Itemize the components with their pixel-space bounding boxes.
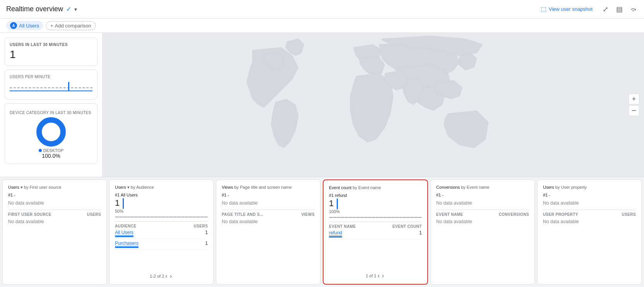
card-title-views-page-title: Views by Page title and screen name: [222, 184, 315, 190]
col1-header: AUDIENCE: [115, 224, 136, 228]
card-col-headers-conversions: EVENT NAME CONVERSIONS: [436, 210, 529, 217]
expand-icon-button[interactable]: ⤢: [601, 3, 610, 15]
next-page-button[interactable]: ›: [169, 273, 173, 280]
mini-line-chart: [10, 80, 92, 91]
add-comparison-button[interactable]: + Add comparison: [46, 21, 96, 30]
card-no-data-body-first-user-source: No data available: [8, 217, 101, 227]
col2-header: EVENT COUNT: [392, 224, 422, 229]
card-col-headers-views-page-title: PAGE TITLE AND S... VIEWS: [222, 210, 315, 217]
card-no-data-top-user-property: No data available: [543, 198, 636, 208]
header-right: ⬚ View user snapshot ⤢ ▤ ⤼: [537, 3, 638, 15]
card-title-first-user-source: Users ▾ by First user source: [8, 184, 101, 190]
row-value: 1: [205, 230, 208, 235]
card-no-data-body-views-page-title: No data available: [222, 217, 315, 227]
col1-header: EVENT NAME: [436, 212, 463, 217]
header-dropdown-button[interactable]: ▾: [74, 6, 77, 12]
card-rank-audience: #1 All Users: [115, 193, 208, 197]
map-container: + −: [103, 33, 644, 177]
card-title-audience: Users ▾ by Audience: [115, 184, 208, 190]
solid-line: [10, 91, 92, 91]
donut-ring: [36, 117, 66, 147]
card-col-headers-first-user-source: FIRST USER SOURCE USERS: [8, 210, 101, 217]
row-bar-bg: [115, 247, 139, 248]
world-map-svg: [103, 33, 644, 177]
card-table-row: refund 1: [329, 229, 422, 239]
verified-icon: ✓: [66, 5, 71, 13]
card-title-user-property: Users by User property: [543, 184, 636, 190]
users-30min-card: USERS IN LAST 30 MINUTES 1: [5, 38, 98, 66]
row-bar-fill: [115, 236, 134, 237]
zoom-out-button[interactable]: −: [629, 105, 639, 116]
row-name: Purchasers: [115, 241, 139, 248]
row-bar-bg: [329, 236, 342, 237]
header: Realtime overview ✓ ▾ ⬚ View user snapsh…: [0, 0, 644, 19]
users-30min-value: 1: [10, 48, 92, 61]
card-big-num-event-count: 1: [329, 198, 334, 208]
card-views-page-title: Views by Page title and screen name #1 -…: [216, 179, 320, 285]
card-rank-first-user-source: #1 -: [8, 193, 101, 197]
middle-section: USERS IN LAST 30 MINUTES 1 USERS PER MIN…: [0, 33, 644, 177]
card-dashed-line-event-count: [329, 217, 422, 218]
card-rank-views-page-title: #1 -: [222, 193, 315, 197]
col2-header: VIEWS: [301, 212, 315, 217]
card-rank-conversions: #1 -: [436, 193, 529, 197]
filter-bar: A All Users + Add comparison: [0, 19, 644, 33]
legend-row: DESKTOP: [10, 148, 92, 153]
card-rank-user-property: #1 -: [543, 193, 636, 197]
share-icon-button[interactable]: ⤼: [629, 3, 638, 15]
col1-header: PAGE TITLE AND S...: [222, 212, 264, 217]
device-label: DEVICE CATEGORY IN LAST 30 MINUTES: [10, 111, 92, 115]
zoom-controls: + −: [629, 94, 639, 116]
view-snapshot-label: View user snapshot: [549, 6, 593, 12]
card-big-num-audience: 1: [115, 198, 120, 208]
header-left: Realtime overview ✓ ▾: [6, 5, 77, 13]
card-footer-event-count: 1 of 1 ‹ ›: [329, 272, 422, 279]
card-no-data-top-first-user-source: No data available: [8, 198, 101, 208]
card-no-data-body-conversions: No data available: [436, 217, 529, 227]
legend-dot: [39, 149, 42, 152]
zoom-in-button[interactable]: +: [629, 94, 639, 104]
card-title-event-count: Event count by Event name: [329, 185, 422, 191]
desktop-pct: 100.0%: [10, 153, 92, 159]
all-users-label: All Users: [19, 23, 39, 29]
card-footer-audience: 1-2 of 2 ‹ ›: [115, 273, 208, 280]
card-no-data-top-views-page-title: No data available: [222, 198, 315, 208]
card-pct-event-count: 100%: [329, 209, 422, 214]
snapshot-icon: ⬚: [541, 5, 546, 13]
app-layout: Realtime overview ✓ ▾ ⬚ View user snapsh…: [0, 0, 644, 287]
card-col-headers-user-property: USER PROPERTY USERS: [543, 210, 636, 217]
col1-header: EVENT NAME: [329, 224, 356, 229]
prev-page-button[interactable]: ‹: [164, 273, 168, 280]
next-page-button[interactable]: ›: [381, 272, 385, 279]
row-bar-fill: [115, 247, 139, 248]
card-no-data-top-conversions: No data available: [436, 198, 529, 208]
chart-icon-button[interactable]: ▤: [615, 3, 624, 15]
card-no-data-body-user-property: No data available: [543, 217, 636, 227]
avatar: A: [10, 22, 17, 29]
col2-header: USERS: [622, 212, 636, 217]
row-value: 1: [419, 230, 422, 236]
card-table-row: Purchasers 1: [115, 239, 208, 250]
all-users-badge[interactable]: A All Users: [6, 21, 43, 30]
bottom-cards-row: Users ▾ by First user source #1 -No data…: [0, 177, 644, 287]
desktop-label: DESKTOP: [43, 148, 63, 153]
card-dashed-line-audience: [115, 217, 208, 217]
card-col-headers-event-count: EVENT NAME EVENT COUNT: [329, 222, 422, 229]
page-title: Realtime overview: [6, 5, 63, 13]
users-30min-label: USERS IN LAST 30 MINUTES: [10, 43, 92, 47]
add-icon: +: [50, 23, 53, 29]
card-audience: Users ▾ by Audience #1 All Users 1 50% A…: [109, 179, 214, 285]
page-info: 1-2 of 2: [150, 274, 164, 278]
card-conversions: Conversions by Event name #1 -No data av…: [430, 179, 535, 285]
card-pct-audience: 50%: [115, 209, 208, 214]
prev-page-button[interactable]: ‹: [376, 272, 380, 279]
card-event-count: Event count by Event name #1 refund 1 10…: [323, 179, 428, 285]
card-bar-spike-audience: [123, 198, 124, 209]
row-value: 1: [205, 241, 208, 246]
view-snapshot-button[interactable]: ⬚ View user snapshot: [537, 3, 596, 15]
left-stats-panel: USERS IN LAST 30 MINUTES 1 USERS PER MIN…: [0, 33, 103, 177]
col2-header: USERS: [194, 224, 208, 228]
row-bar-bg: [115, 236, 134, 237]
card-user-property: Users by User property #1 -No data avail…: [537, 179, 642, 285]
device-category-card: DEVICE CATEGORY IN LAST 30 MINUTES DESKT…: [5, 103, 98, 164]
